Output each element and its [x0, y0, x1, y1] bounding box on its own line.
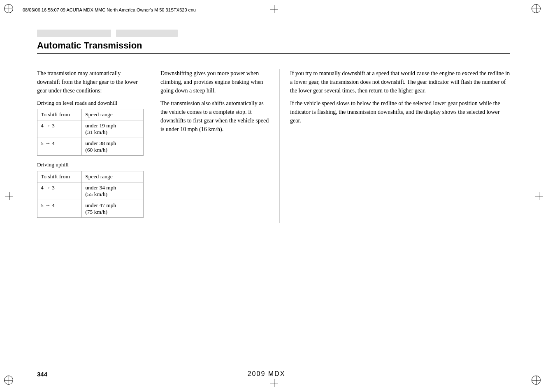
col3-para1: If you try to manually downshift at a sp… [290, 69, 510, 95]
corner-mark-br [532, 376, 544, 388]
table-row: 4 → 3 under 19 mph(31 km/h) [37, 120, 144, 138]
crosshair-left [5, 192, 13, 200]
model-name: 2009 MDX [248, 370, 286, 378]
corner-mark-tl [4, 4, 16, 16]
level-row1-speed: under 19 mph(31 km/h) [82, 120, 144, 138]
uphill-row1-gear: 4 → 3 [37, 182, 82, 200]
column-3: If you try to manually downshift at a sp… [280, 69, 510, 223]
col2-para1: Downshifting gives you more power when c… [160, 69, 271, 95]
uphill-table: To shift from Speed range 4 → 3 under 34… [37, 171, 144, 218]
level-roads-label: Driving on level roads and downhill [37, 99, 144, 107]
corner-mark-tr [532, 4, 544, 16]
top-bar-1 [37, 30, 111, 37]
col1-intro: The transmission may automatically downs… [37, 69, 144, 95]
level-table-header-col1: To shift from [37, 109, 82, 120]
uphill-table-header-col2: Speed range [82, 171, 144, 182]
level-table-header-col2: Speed range [82, 109, 144, 120]
table-row: 4 → 3 under 34 mph(55 km/h) [37, 182, 144, 200]
uphill-row1-speed: under 34 mph(55 km/h) [82, 182, 144, 200]
crosshair-bottom [270, 379, 278, 387]
uphill-table-header-col1: To shift from [37, 171, 82, 182]
column-2: Downshifting gives you more power when c… [152, 69, 280, 223]
table-row: 5 → 4 under 47 mph(75 km/h) [37, 200, 144, 217]
footer: 344 2009 MDX [37, 370, 510, 378]
level-row1-gear: 4 → 3 [37, 120, 82, 138]
uphill-row2-speed: under 47 mph(75 km/h) [82, 200, 144, 217]
section-title: Automatic Transmission [37, 40, 510, 54]
content-area: The transmission may automatically downs… [37, 69, 510, 223]
uphill-label: Driving uphill [37, 161, 144, 169]
meta-line: 08/06/06 16:58:07 09 ACURA MDX MMC North… [23, 7, 196, 12]
corner-mark-bl [4, 376, 16, 388]
top-bars [37, 30, 178, 37]
crosshair-top [270, 5, 278, 13]
level-row2-speed: under 38 mph(60 km/h) [82, 138, 144, 156]
level-roads-table: To shift from Speed range 4 → 3 under 19… [37, 109, 144, 156]
col2-para2: The transmission also shifts automatical… [160, 99, 271, 134]
uphill-row2-gear: 5 → 4 [37, 200, 82, 217]
page-number: 344 [37, 371, 47, 378]
column-1: The transmission may automatically downs… [37, 69, 152, 223]
top-bar-2 [116, 30, 178, 37]
crosshair-right [535, 192, 543, 200]
col3-para2: If the vehicle speed slows to below the … [290, 99, 510, 125]
level-row2-gear: 5 → 4 [37, 138, 82, 156]
table-row: 5 → 4 under 38 mph(60 km/h) [37, 138, 144, 156]
page: 08/06/06 16:58:07 09 ACURA MDX MMC North… [0, 0, 548, 392]
